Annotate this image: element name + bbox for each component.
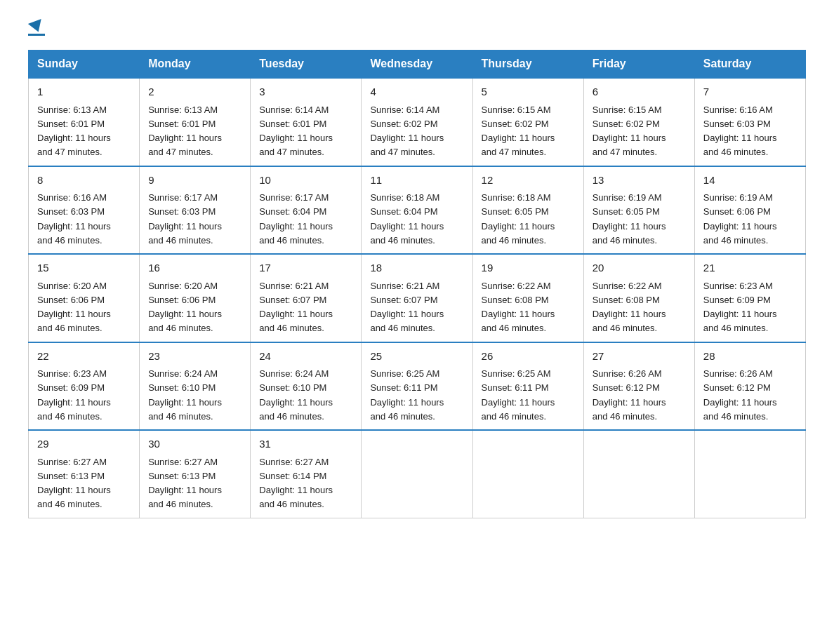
day-info: Sunrise: 6:18 AMSunset: 6:04 PMDaylight:… [370,192,444,246]
day-number: 28 [703,349,797,365]
day-number: 26 [482,349,575,365]
day-info: Sunrise: 6:22 AMSunset: 6:08 PMDaylight:… [593,281,666,334]
logo-underline [28,34,45,36]
day-info: Sunrise: 6:17 AMSunset: 6:03 PMDaylight:… [148,192,222,246]
week-row-2: 8Sunrise: 6:16 AMSunset: 6:03 PMDaylight… [29,166,806,255]
weekday-header-friday: Friday [583,51,694,79]
day-cell [694,430,805,518]
day-number: 5 [482,84,575,100]
day-cell: 6Sunrise: 6:15 AMSunset: 6:02 PMDaylight… [583,78,694,166]
day-info: Sunrise: 6:23 AMSunset: 6:09 PMDaylight:… [703,281,777,334]
day-number: 11 [370,173,463,189]
day-info: Sunrise: 6:21 AMSunset: 6:07 PMDaylight:… [370,281,444,334]
day-number: 8 [37,173,131,189]
day-info: Sunrise: 6:21 AMSunset: 6:07 PMDaylight:… [259,281,333,334]
day-number: 3 [259,84,352,100]
day-number: 22 [37,349,131,365]
day-cell: 10Sunrise: 6:17 AMSunset: 6:04 PMDayligh… [251,166,362,255]
day-cell: 29Sunrise: 6:27 AMSunset: 6:13 PMDayligh… [29,430,140,518]
day-number: 18 [370,260,463,276]
day-cell: 7Sunrise: 6:16 AMSunset: 6:03 PMDaylight… [694,78,805,166]
day-info: Sunrise: 6:15 AMSunset: 6:02 PMDaylight:… [482,105,555,158]
day-number: 6 [593,84,686,100]
day-info: Sunrise: 6:26 AMSunset: 6:12 PMDaylight:… [703,368,777,422]
day-cell [472,430,583,518]
day-number: 15 [37,260,131,276]
day-number: 21 [703,260,797,276]
weekday-header-thursday: Thursday [472,51,583,79]
week-row-1: 1Sunrise: 6:13 AMSunset: 6:01 PMDaylight… [29,78,806,166]
day-number: 2 [148,84,241,100]
day-info: Sunrise: 6:15 AMSunset: 6:02 PMDaylight:… [593,105,666,158]
day-cell: 12Sunrise: 6:18 AMSunset: 6:05 PMDayligh… [472,166,583,255]
day-cell: 9Sunrise: 6:17 AMSunset: 6:03 PMDaylight… [140,166,251,255]
day-cell: 25Sunrise: 6:25 AMSunset: 6:11 PMDayligh… [362,342,472,431]
day-cell: 19Sunrise: 6:22 AMSunset: 6:08 PMDayligh… [472,254,583,342]
week-row-5: 29Sunrise: 6:27 AMSunset: 6:13 PMDayligh… [29,430,806,518]
day-info: Sunrise: 6:13 AMSunset: 6:01 PMDaylight:… [148,105,222,158]
day-number: 24 [259,349,352,365]
day-info: Sunrise: 6:25 AMSunset: 6:11 PMDaylight:… [482,368,555,422]
day-info: Sunrise: 6:14 AMSunset: 6:02 PMDaylight:… [370,105,444,158]
day-number: 13 [593,173,686,189]
day-cell: 13Sunrise: 6:19 AMSunset: 6:05 PMDayligh… [583,166,694,255]
day-info: Sunrise: 6:18 AMSunset: 6:05 PMDaylight:… [482,192,555,246]
day-cell: 1Sunrise: 6:13 AMSunset: 6:01 PMDaylight… [29,78,140,166]
weekday-header-row: SundayMondayTuesdayWednesdayThursdayFrid… [29,51,806,79]
day-cell: 15Sunrise: 6:20 AMSunset: 6:06 PMDayligh… [29,254,140,342]
weekday-header-wednesday: Wednesday [362,51,472,79]
day-cell: 4Sunrise: 6:14 AMSunset: 6:02 PMDaylight… [362,78,472,166]
day-info: Sunrise: 6:20 AMSunset: 6:06 PMDaylight:… [37,281,111,334]
logo [28,21,45,36]
day-cell: 23Sunrise: 6:24 AMSunset: 6:10 PMDayligh… [140,342,251,431]
day-number: 20 [593,260,686,276]
day-cell: 18Sunrise: 6:21 AMSunset: 6:07 PMDayligh… [362,254,472,342]
day-number: 27 [593,349,686,365]
day-cell: 2Sunrise: 6:13 AMSunset: 6:01 PMDaylight… [140,78,251,166]
day-cell: 5Sunrise: 6:15 AMSunset: 6:02 PMDaylight… [472,78,583,166]
day-cell: 30Sunrise: 6:27 AMSunset: 6:13 PMDayligh… [140,430,251,518]
day-info: Sunrise: 6:19 AMSunset: 6:06 PMDaylight:… [703,192,777,246]
day-cell: 26Sunrise: 6:25 AMSunset: 6:11 PMDayligh… [472,342,583,431]
day-number: 25 [370,349,463,365]
day-cell: 11Sunrise: 6:18 AMSunset: 6:04 PMDayligh… [362,166,472,255]
day-number: 7 [703,84,797,100]
day-info: Sunrise: 6:20 AMSunset: 6:06 PMDaylight:… [148,281,222,334]
day-info: Sunrise: 6:23 AMSunset: 6:09 PMDaylight:… [37,368,111,422]
day-info: Sunrise: 6:14 AMSunset: 6:01 PMDaylight:… [259,105,333,158]
day-cell [583,430,694,518]
weekday-header-monday: Monday [140,51,251,79]
day-cell: 31Sunrise: 6:27 AMSunset: 6:14 PMDayligh… [251,430,362,518]
weekday-header-tuesday: Tuesday [251,51,362,79]
day-info: Sunrise: 6:17 AMSunset: 6:04 PMDaylight:… [259,192,333,246]
day-number: 12 [482,173,575,189]
day-info: Sunrise: 6:26 AMSunset: 6:12 PMDaylight:… [593,368,666,422]
day-info: Sunrise: 6:19 AMSunset: 6:05 PMDaylight:… [593,192,666,246]
day-info: Sunrise: 6:27 AMSunset: 6:14 PMDaylight:… [259,457,333,510]
day-cell: 27Sunrise: 6:26 AMSunset: 6:12 PMDayligh… [583,342,694,431]
page-header [28,21,806,36]
day-cell: 16Sunrise: 6:20 AMSunset: 6:06 PMDayligh… [140,254,251,342]
weekday-header-sunday: Sunday [29,51,140,79]
weekday-header-saturday: Saturday [694,51,805,79]
day-info: Sunrise: 6:27 AMSunset: 6:13 PMDaylight:… [37,457,111,510]
day-number: 23 [148,349,241,365]
day-number: 9 [148,173,241,189]
day-number: 30 [148,436,241,452]
day-cell: 20Sunrise: 6:22 AMSunset: 6:08 PMDayligh… [583,254,694,342]
day-cell: 14Sunrise: 6:19 AMSunset: 6:06 PMDayligh… [694,166,805,255]
day-info: Sunrise: 6:16 AMSunset: 6:03 PMDaylight:… [703,105,777,158]
calendar-table: SundayMondayTuesdayWednesdayThursdayFrid… [28,50,806,518]
day-cell: 28Sunrise: 6:26 AMSunset: 6:12 PMDayligh… [694,342,805,431]
day-cell: 17Sunrise: 6:21 AMSunset: 6:07 PMDayligh… [251,254,362,342]
day-cell: 21Sunrise: 6:23 AMSunset: 6:09 PMDayligh… [694,254,805,342]
day-cell [362,430,472,518]
day-info: Sunrise: 6:24 AMSunset: 6:10 PMDaylight:… [148,368,222,422]
day-info: Sunrise: 6:16 AMSunset: 6:03 PMDaylight:… [37,192,111,246]
day-number: 4 [370,84,463,100]
day-info: Sunrise: 6:25 AMSunset: 6:11 PMDaylight:… [370,368,444,422]
day-cell: 3Sunrise: 6:14 AMSunset: 6:01 PMDaylight… [251,78,362,166]
day-number: 14 [703,173,797,189]
day-cell: 8Sunrise: 6:16 AMSunset: 6:03 PMDaylight… [29,166,140,255]
day-number: 19 [482,260,575,276]
